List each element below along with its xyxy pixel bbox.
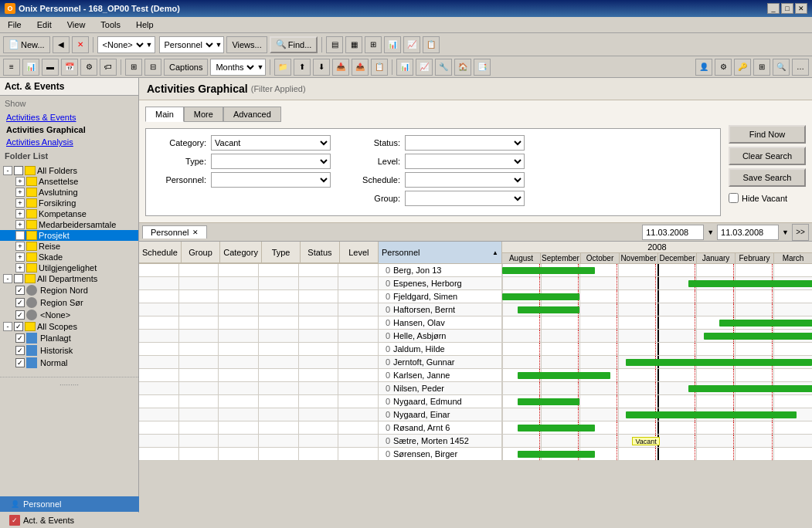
tool4-btn[interactable]: 🏠: [454, 59, 471, 76]
category-header[interactable]: Category: [220, 242, 262, 263]
dept-checkbox[interactable]: ✓: [15, 298, 25, 307]
tool3-btn[interactable]: 🔧: [435, 59, 452, 76]
back-button[interactable]: ◀: [53, 36, 70, 53]
scope-checkbox[interactable]: ✓: [15, 333, 25, 343]
menu-help[interactable]: Help: [131, 19, 158, 31]
filter-select[interactable]: <None>: [100, 39, 146, 50]
captions-button[interactable]: Captions: [164, 59, 208, 76]
type-select[interactable]: [211, 154, 331, 169]
folder-all-scopes[interactable]: - ✓ All Scopes: [0, 321, 138, 332]
search-btn[interactable]: 🔍: [773, 59, 790, 76]
expand-icon[interactable]: +: [15, 220, 25, 229]
folder-all-folders[interactable]: - All Folders: [0, 165, 138, 176]
personnel-bottom-tab[interactable]: 👤 Personnel: [0, 496, 139, 512]
status-header[interactable]: Status: [301, 242, 339, 263]
views-button[interactable]: Views...: [226, 36, 267, 53]
dept-region-nord[interactable]: ✓ Region Nord: [0, 284, 138, 296]
scope-normal[interactable]: ✓ Normal: [0, 357, 138, 369]
dept-region-sor[interactable]: ✓ Region Sør: [0, 296, 138, 309]
dept-checkbox[interactable]: ✓: [15, 286, 25, 295]
dept-none[interactable]: ✓ <None>: [0, 309, 138, 321]
tool2-btn[interactable]: 📈: [416, 59, 433, 76]
dept-checkbox[interactable]: ✓: [15, 310, 25, 320]
view2-button[interactable]: ▦: [345, 36, 362, 53]
folder-medarbeider[interactable]: + Medarbeidersamtale: [0, 219, 138, 230]
sidebar-link-activities-graphical[interactable]: Activities Graphical: [0, 124, 138, 136]
folder-ansettelse[interactable]: + Ansettelse: [0, 176, 138, 187]
level-select[interactable]: [405, 154, 525, 169]
expand-icon[interactable]: +: [15, 209, 25, 218]
delete-button[interactable]: ✕: [72, 36, 89, 53]
tab-more[interactable]: More: [184, 107, 223, 122]
folder-prosjekt[interactable]: + Prosjekt: [0, 230, 138, 241]
expand-icon[interactable]: -: [3, 166, 12, 175]
expand-icon[interactable]: +: [15, 177, 25, 186]
nav4-btn[interactable]: 📥: [332, 59, 349, 76]
schedule-header[interactable]: Schedule: [139, 242, 182, 263]
scope-checkbox[interactable]: ✓: [15, 346, 25, 355]
folder-utilgjengelighet[interactable]: + Utilgjengelighet: [0, 262, 138, 273]
minimize-button[interactable]: _: [767, 3, 780, 14]
schedule-select[interactable]: [405, 172, 525, 188]
nav5-btn[interactable]: 📤: [352, 59, 369, 76]
act-events-bottom-tab[interactable]: ✓ Act. & Events: [0, 513, 139, 524]
cal-view-button[interactable]: 📅: [61, 59, 78, 76]
filter-view-button[interactable]: ⚙: [80, 59, 97, 76]
date-to-input[interactable]: [717, 225, 779, 240]
tool1-btn[interactable]: 📊: [396, 59, 413, 76]
folder-checkbox[interactable]: [14, 166, 23, 175]
expand-icon[interactable]: +: [15, 231, 25, 240]
expand-icon[interactable]: +: [15, 188, 25, 197]
filter-dropdown[interactable]: <None> ▼: [97, 36, 155, 53]
group-select[interactable]: [405, 191, 525, 206]
expand-icon[interactable]: -: [3, 322, 12, 331]
person-icon-btn[interactable]: 👤: [695, 59, 712, 76]
menu-file[interactable]: File: [3, 19, 26, 31]
folder-avslutning[interactable]: + Avslutning: [0, 187, 138, 198]
folder-skade[interactable]: + Skade: [0, 252, 138, 262]
months-select[interactable]: Months: [212, 62, 257, 73]
tab-main[interactable]: Main: [145, 107, 184, 122]
dept-checkbox[interactable]: [14, 274, 23, 283]
clear-search-button[interactable]: Clear Search: [729, 147, 806, 165]
personnel-header[interactable]: Personnel ▲: [379, 242, 502, 263]
tab-close-icon[interactable]: ✕: [192, 228, 199, 236]
view1-button[interactable]: ▤: [326, 36, 343, 53]
sidebar-link-activities-analysis[interactable]: Activities Analysis: [0, 136, 138, 148]
entity-dropdown[interactable]: Personnel ▼: [159, 36, 225, 53]
more-btn[interactable]: …: [792, 59, 809, 76]
view5-button[interactable]: 📈: [403, 36, 420, 53]
type-header[interactable]: Type: [262, 242, 301, 263]
entity-select[interactable]: Personnel: [161, 39, 216, 50]
level-header[interactable]: Level: [340, 242, 379, 263]
personnel-tab[interactable]: Personnel ✕: [142, 225, 207, 239]
menu-view[interactable]: View: [63, 19, 90, 31]
status-select[interactable]: [405, 135, 525, 151]
tag-view-button[interactable]: 🏷: [100, 59, 117, 76]
nav2-btn[interactable]: ⬆: [294, 59, 311, 76]
grid-btn[interactable]: ⊞: [125, 59, 142, 76]
hide-vacant-checkbox[interactable]: [729, 193, 739, 203]
date-from-input[interactable]: [642, 225, 704, 240]
view3-button[interactable]: ⊞: [365, 36, 382, 53]
expand-icon[interactable]: +: [15, 263, 25, 272]
folder-all-departments[interactable]: - All Departments: [0, 273, 138, 284]
scope-checkbox[interactable]: ✓: [15, 358, 25, 367]
find-button[interactable]: 🔍 Find...: [270, 36, 318, 53]
chart-view-button[interactable]: 📊: [22, 59, 39, 76]
folder-forsikring[interactable]: + Forsikring: [0, 198, 138, 208]
save-search-button[interactable]: Save Search: [729, 168, 806, 187]
category-select[interactable]: Vacant: [211, 135, 331, 151]
tool5-btn[interactable]: 📑: [474, 59, 491, 76]
scope-checkbox[interactable]: ✓: [14, 322, 23, 331]
months-dropdown[interactable]: Months ▼: [210, 59, 266, 76]
settings-btn[interactable]: ⚙: [715, 59, 732, 76]
view4-button[interactable]: 📊: [384, 36, 401, 53]
list-view-button[interactable]: ≡: [3, 59, 20, 76]
find-now-button[interactable]: Find Now: [729, 125, 806, 144]
group-header[interactable]: Group: [182, 242, 220, 263]
scope-planlagt[interactable]: ✓ Planlagt: [0, 332, 138, 344]
tab-advanced[interactable]: Advanced: [223, 107, 281, 122]
expand-icon[interactable]: -: [3, 274, 12, 283]
expand-icon[interactable]: +: [15, 242, 25, 251]
